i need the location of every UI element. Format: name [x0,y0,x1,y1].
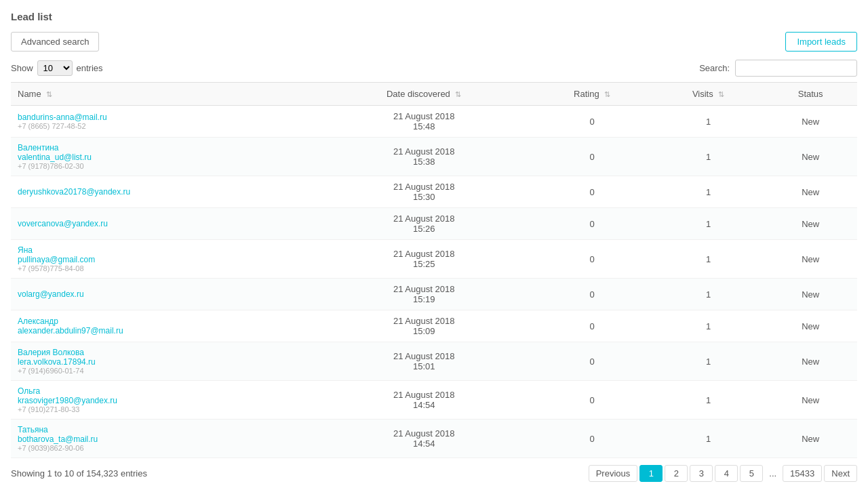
cell-visits: 1 [653,240,764,279]
cell-rating: 0 [531,106,653,138]
cell-name: Александрalexander.abdulin97@mail.ru [11,310,317,342]
table-row: Ольгаkrasoviger1980@yandex.ru+7 (910)271… [11,381,857,420]
toolbar: Advanced search Import leads [11,32,857,52]
table-header-row: Name ⇅ Date discovered ⇅ Rating ⇅ Visits… [11,83,857,106]
cell-date: 21 August 201815:48 [317,106,531,138]
lead-email-link[interactable]: alexander.abdulin97@mail.ru [18,326,310,336]
cell-name: Янаpullinaya@gmail.com+7 (9578)775-84-08 [11,240,317,279]
lead-email-link[interactable]: valentina_ud@list.ru [18,152,310,162]
show-label: Show [11,63,33,73]
lead-sub1: +7 (8665) 727-48-52 [18,122,310,130]
cell-name: deryushkova20178@yandex.ru [11,176,317,208]
cell-rating: 0 [531,420,653,458]
pagination-page-5[interactable]: 5 [740,465,763,482]
sort-icon-name[interactable]: ⇅ [46,90,52,98]
table-row: bandurins-anna@mail.ru+7 (8665) 727-48-5… [11,106,857,138]
lead-name-link[interactable]: deryushkova20178@yandex.ru [18,187,310,197]
col-rating: Rating ⇅ [531,83,653,106]
lead-sub2: +7 (9578)775-84-08 [18,264,310,272]
pagination-last-page[interactable]: 15433 [783,465,822,482]
table-row: Янаpullinaya@gmail.com+7 (9578)775-84-08… [11,240,857,279]
cell-rating: 0 [531,279,653,310]
import-leads-button[interactable]: Import leads [785,32,857,52]
lead-name-link[interactable]: Ольга [18,386,310,396]
lead-name-link[interactable]: Александр [18,317,310,326]
pagination-next[interactable]: Next [824,465,857,482]
cell-name: volarg@yandex.ru [11,279,317,310]
col-name: Name ⇅ [11,83,317,106]
cell-date: 21 August 201814:54 [317,381,531,420]
cell-date: 21 August 201815:01 [317,342,531,381]
entries-label: entries [77,63,103,73]
cell-date: 21 August 201815:19 [317,279,531,310]
search-label: Search: [699,63,730,73]
pagination: Previous 1 2 3 4 5 ... 15433 Next [589,465,857,482]
pagination-previous[interactable]: Previous [589,465,638,482]
cell-rating: 0 [531,208,653,240]
table-row: Валентинаvalentina_ud@list.ru+7 (9178)78… [11,138,857,176]
lead-email-link[interactable]: botharova_ta@mail.ru [18,434,310,444]
lead-name-link[interactable]: Валерия Волкова [18,348,310,357]
cell-status: New [764,138,857,176]
cell-visits: 1 [653,420,764,458]
entries-select[interactable]: 10 25 50 100 [37,60,73,76]
lead-name-link[interactable]: volarg@yandex.ru [18,289,310,299]
cell-name: bandurins-anna@mail.ru+7 (8665) 727-48-5… [11,106,317,138]
entries-controls: Show 10 25 50 100 entries Search: [11,60,857,77]
sort-icon-visits[interactable]: ⇅ [718,90,724,98]
cell-name: vovercanova@yandex.ru [11,208,317,240]
advanced-search-button[interactable]: Advanced search [11,32,99,52]
lead-name-link[interactable]: bandurins-anna@mail.ru [18,113,310,122]
cell-date: 21 August 201815:38 [317,138,531,176]
cell-visits: 1 [653,381,764,420]
cell-rating: 0 [531,310,653,342]
cell-date: 21 August 201815:26 [317,208,531,240]
pagination-page-4[interactable]: 4 [715,465,738,482]
cell-status: New [764,106,857,138]
pagination-page-2[interactable]: 2 [665,465,688,482]
pagination-page-3[interactable]: 3 [690,465,713,482]
lead-email-link[interactable]: krasoviger1980@yandex.ru [18,396,310,405]
table-footer: Showing 1 to 10 of 154,323 entries Previ… [11,465,857,482]
cell-name: Ольгаkrasoviger1980@yandex.ru+7 (910)271… [11,381,317,420]
cell-status: New [764,342,857,381]
lead-name-link[interactable]: Валентина [18,143,310,152]
cell-name: Валерия Волковаlera.volkova.17894.ru+7 (… [11,342,317,381]
cell-date: 21 August 201815:30 [317,176,531,208]
cell-name: Валентинаvalentina_ud@list.ru+7 (9178)78… [11,138,317,176]
cell-visits: 1 [653,106,764,138]
cell-name: Татьянаbotharova_ta@mail.ru+7 (9039)862-… [11,420,317,458]
search-control: Search: [699,60,857,77]
cell-visits: 1 [653,310,764,342]
cell-rating: 0 [531,240,653,279]
table-row: Александрalexander.abdulin97@mail.ru21 A… [11,310,857,342]
lead-name-link[interactable]: vovercanova@yandex.ru [18,219,310,228]
lead-sub2: +7 (910)271-80-33 [18,405,310,413]
table-row: vovercanova@yandex.ru21 August 201815:26… [11,208,857,240]
table-row: Валерия Волковаlera.volkova.17894.ru+7 (… [11,342,857,381]
lead-email-link[interactable]: pullinaya@gmail.com [18,255,310,264]
cell-date: 21 August 201814:54 [317,420,531,458]
cell-status: New [764,279,857,310]
col-status: Status [764,83,857,106]
table-row: volarg@yandex.ru21 August 201815:1901New [11,279,857,310]
lead-name-link[interactable]: Яна [18,245,310,255]
cell-visits: 1 [653,138,764,176]
cell-status: New [764,381,857,420]
pagination-dots: ... [765,466,781,481]
lead-email-link[interactable]: lera.volkova.17894.ru [18,357,310,367]
cell-rating: 0 [531,138,653,176]
cell-status: New [764,240,857,279]
cell-visits: 1 [653,342,764,381]
cell-status: New [764,310,857,342]
cell-status: New [764,176,857,208]
lead-sub2: +7 (9178)786-02-30 [18,162,310,170]
table-row: Татьянаbotharova_ta@mail.ru+7 (9039)862-… [11,420,857,458]
cell-date: 21 August 201815:09 [317,310,531,342]
sort-icon-date[interactable]: ⇅ [455,90,461,98]
lead-name-link[interactable]: Татьяна [18,425,310,434]
pagination-page-1[interactable]: 1 [639,465,663,482]
sort-icon-rating[interactable]: ⇅ [604,90,610,98]
cell-status: New [764,208,857,240]
search-input[interactable] [735,60,857,77]
